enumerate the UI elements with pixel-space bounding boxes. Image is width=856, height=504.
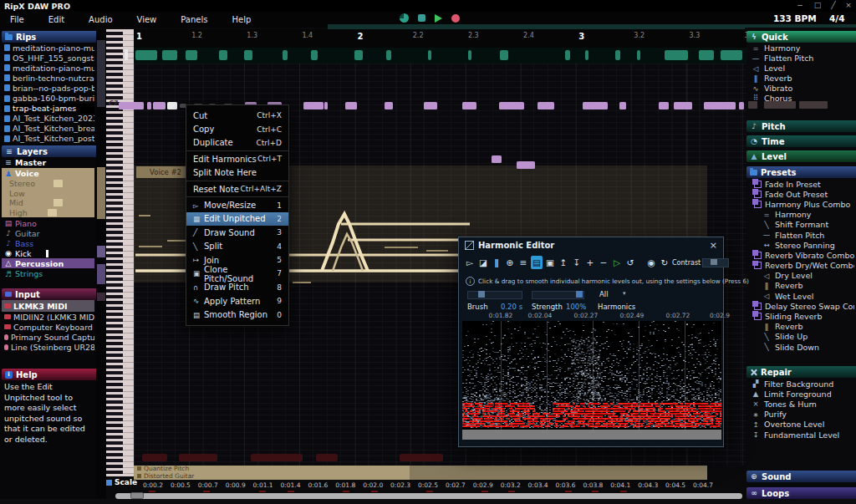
- note[interactable]: [538, 102, 554, 109]
- note[interactable]: [583, 102, 608, 109]
- select-tool[interactable]: ▻: [464, 256, 476, 269]
- input-device[interactable]: LKMK3 MIDI: [2, 300, 94, 312]
- brush-slider[interactable]: [467, 291, 522, 299]
- quick-panel-header[interactable]: ϟ Quick: [746, 31, 856, 43]
- horizontal-scrollbar[interactable]: [115, 493, 742, 499]
- restore-button[interactable]: ╱: [828, 1, 839, 9]
- sublayer-slider[interactable]: [54, 199, 63, 206]
- preset-item[interactable]: Sliding Reverb: [746, 311, 854, 321]
- strength-value[interactable]: 100%: [566, 303, 586, 311]
- time-signature[interactable]: 4/4: [829, 13, 844, 23]
- context-menu-tool[interactable]: ╱Draw Sound3: [186, 226, 288, 239]
- note[interactable]: [659, 102, 669, 109]
- level-panel-header[interactable]: ▲ Level: [746, 150, 856, 162]
- layer-minimap-strip[interactable]: [96, 29, 106, 504]
- preset-item[interactable]: Delay Stereo Swap Combo: [746, 301, 854, 311]
- voice-sublayer[interactable]: Low: [2, 189, 94, 199]
- bpm-display[interactable]: 133 BPM: [773, 13, 817, 23]
- context-menu-item[interactable]: Split Note Here: [186, 166, 288, 180]
- voice-sublayer[interactable]: Stereo: [2, 179, 94, 189]
- layer-voice-group[interactable]: ♟ Voice StereoLowMidHigh: [2, 168, 94, 217]
- context-menu-item[interactable]: Reset NoteCtrl+Alt+Z: [186, 182, 288, 196]
- preset-item[interactable]: ╲Slide Up: [746, 332, 854, 342]
- contrast-slider[interactable]: [702, 258, 729, 267]
- note[interactable]: [704, 102, 736, 109]
- kick-slider[interactable]: [46, 250, 48, 257]
- context-menu-tool[interactable]: ∿Apply Pattern9: [186, 294, 288, 308]
- note[interactable]: [385, 102, 393, 109]
- menu-file[interactable]: File: [7, 13, 28, 26]
- note[interactable]: [492, 155, 502, 163]
- record-icon[interactable]: [451, 14, 460, 23]
- sound-panel-header[interactable]: ⊕ Sound: [746, 471, 856, 482]
- play-icon[interactable]: [435, 14, 442, 23]
- menu-help[interactable]: Help: [228, 13, 254, 26]
- help-panel-header[interactable]: i Help: [2, 369, 101, 380]
- layer-bass[interactable]: ♪Bass: [2, 238, 94, 248]
- note[interactable]: [324, 102, 328, 109]
- rips-item[interactable]: trap-beat-james: [2, 104, 94, 114]
- rips-item[interactable]: AI_Test_Kitchen_post_dub...: [2, 134, 94, 144]
- dialog-close-icon[interactable]: ×: [710, 240, 717, 251]
- play-tool[interactable]: ▷: [611, 256, 623, 269]
- note[interactable]: [674, 102, 692, 109]
- raise-tool[interactable]: ↥: [558, 256, 569, 269]
- harmonic-editor-dialog[interactable]: Harmonic Editor × ▻◪ǁ⊕≡▤▣↥↧+−▷↺◉↻Contras…: [458, 237, 724, 447]
- quick-slider[interactable]: [748, 101, 757, 109]
- layer-master[interactable]: ≡ Master: [2, 157, 97, 167]
- menu-edit[interactable]: Edit: [45, 13, 68, 26]
- note[interactable]: [303, 102, 324, 109]
- preset-item[interactable]: ǁReverb: [746, 281, 854, 291]
- context-menu-tool[interactable]: ▻Move/Resize1: [186, 198, 288, 211]
- preset-item[interactable]: ǁReverb: [746, 322, 854, 332]
- preset-item[interactable]: ↔Stereo Panning: [746, 240, 854, 250]
- strength-slider-handle[interactable]: [576, 291, 583, 298]
- context-menu-item[interactable]: CopyCtrl+C: [186, 122, 288, 135]
- history-tool[interactable]: ↺: [624, 256, 636, 269]
- voice-sublayer[interactable]: Mid: [2, 198, 94, 208]
- strength-slider[interactable]: [532, 291, 584, 299]
- rips-item[interactable]: meditation-piano-music-...: [2, 63, 94, 73]
- layer-strings[interactable]: ♬Strings: [2, 268, 94, 278]
- sublayer-slider[interactable]: [48, 209, 57, 216]
- note[interactable]: [462, 102, 476, 109]
- quick-slider[interactable]: [764, 101, 796, 109]
- presets-panel-header[interactable]: Presets: [746, 166, 856, 178]
- note[interactable]: [345, 102, 357, 109]
- voice-sublayer[interactable]: High: [2, 208, 94, 218]
- loop-icon[interactable]: [400, 13, 409, 23]
- distorted-guitar-row[interactable]: Distorted Guitar: [134, 472, 707, 480]
- preset-item[interactable]: Fade In Preset: [746, 179, 854, 189]
- piano-keyboard[interactable]: C7: [106, 29, 134, 476]
- layer-piano[interactable]: ▤Piano: [2, 218, 94, 228]
- note[interactable]: [424, 102, 437, 109]
- brush-slider-handle[interactable]: [478, 291, 485, 298]
- rips-item[interactable]: AI_Test_Kitchen_breakbea...: [2, 124, 94, 134]
- preset-item[interactable]: Reverb Dry/Wet Combo: [746, 261, 854, 271]
- subtract-tool[interactable]: −: [598, 256, 609, 269]
- black-keys[interactable]: [106, 29, 123, 476]
- note[interactable]: [619, 102, 626, 109]
- context-menu-item[interactable]: DuplicateCtrl+D: [186, 136, 288, 150]
- quick-harmony[interactable]: =Harmony: [746, 43, 854, 53]
- quantize-pitch-row[interactable]: Quantize Pitch: [134, 466, 707, 473]
- scale-control[interactable]: Scale: [106, 478, 137, 486]
- bar-ruler[interactable]: 11.21.31.422.22.32.433.23.33.4: [134, 29, 746, 48]
- layer-voice[interactable]: ♟ Voice: [2, 168, 94, 179]
- context-menu-tool[interactable]: ╲Split4: [186, 240, 288, 253]
- layers-panel-header[interactable]: ≡ Layers: [2, 145, 101, 157]
- loops-panel-header[interactable]: ∞ Loops: [746, 487, 856, 499]
- playhead-marker[interactable]: [125, 49, 128, 60]
- context-menu-tool[interactable]: ▤Smooth Region0: [186, 308, 288, 321]
- input-device[interactable]: Primary Sound Capture Dr...: [2, 332, 94, 342]
- menu-panels[interactable]: Panels: [177, 13, 211, 26]
- preset-item[interactable]: ◁Dry Level: [746, 271, 854, 281]
- context-menu-item[interactable]: CutCtrl+X: [186, 109, 288, 122]
- time-panel-header[interactable]: ◔ Time: [746, 135, 856, 147]
- repair-item[interactable]: ↥Overtone Level: [746, 420, 854, 430]
- quick-flatten-pitch[interactable]: —Flatten Pitch: [746, 53, 854, 64]
- sublayer-slider[interactable]: [54, 180, 63, 187]
- preset-item[interactable]: ╲Slide Down: [746, 342, 854, 352]
- menu-audio[interactable]: Audio: [85, 13, 115, 26]
- preset-item[interactable]: —Flatten Pitch: [746, 230, 854, 240]
